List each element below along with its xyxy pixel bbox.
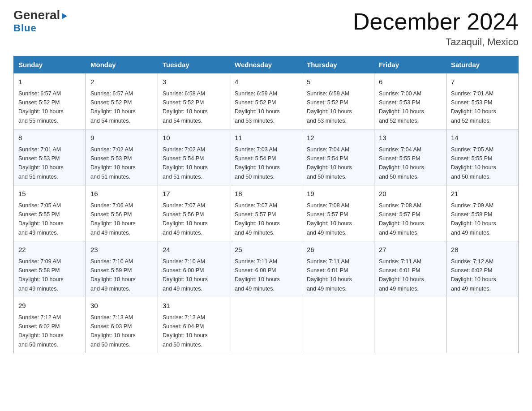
day-info: Sunrise: 7:04 AMSunset: 5:54 PMDaylight:…: [307, 146, 352, 180]
table-row: 13Sunrise: 7:04 AMSunset: 5:55 PMDayligh…: [374, 129, 446, 185]
day-number: 29: [18, 301, 81, 311]
day-info: Sunrise: 7:11 AMSunset: 6:00 PMDaylight:…: [235, 258, 280, 292]
table-row: 23Sunrise: 7:10 AMSunset: 5:59 PMDayligh…: [86, 241, 158, 297]
col-friday: Friday: [374, 56, 446, 73]
day-info: Sunrise: 7:11 AMSunset: 6:01 PMDaylight:…: [379, 258, 424, 292]
day-number: 1: [18, 77, 81, 87]
table-row: [374, 297, 446, 353]
day-info: Sunrise: 6:57 AMSunset: 5:52 PMDaylight:…: [90, 90, 136, 124]
day-info: Sunrise: 7:05 AMSunset: 5:55 PMDaylight:…: [451, 146, 496, 180]
day-number: 23: [90, 245, 153, 255]
day-info: Sunrise: 7:09 AMSunset: 5:58 PMDaylight:…: [18, 258, 64, 292]
day-info: Sunrise: 7:13 AMSunset: 6:04 PMDaylight:…: [163, 314, 208, 348]
table-row: 27Sunrise: 7:11 AMSunset: 6:01 PMDayligh…: [374, 241, 446, 297]
day-number: 11: [235, 133, 297, 143]
day-number: 9: [90, 133, 153, 143]
calendar-week-row: 22Sunrise: 7:09 AMSunset: 5:58 PMDayligh…: [14, 241, 519, 297]
day-number: 8: [18, 133, 81, 143]
day-info: Sunrise: 7:04 AMSunset: 5:55 PMDaylight:…: [379, 146, 424, 180]
day-number: 4: [235, 77, 297, 87]
day-info: Sunrise: 7:10 AMSunset: 5:59 PMDaylight:…: [90, 258, 136, 292]
table-row: 6Sunrise: 7:00 AMSunset: 5:53 PMDaylight…: [374, 73, 446, 129]
day-info: Sunrise: 6:58 AMSunset: 5:52 PMDaylight:…: [163, 90, 208, 124]
day-number: 5: [307, 77, 369, 87]
table-row: 8Sunrise: 7:01 AMSunset: 5:53 PMDaylight…: [14, 129, 86, 185]
logo: General Blue: [13, 9, 68, 34]
day-info: Sunrise: 7:13 AMSunset: 6:03 PMDaylight:…: [90, 314, 136, 348]
day-number: 17: [163, 189, 225, 199]
day-info: Sunrise: 7:06 AMSunset: 5:56 PMDaylight:…: [90, 202, 136, 236]
day-number: 19: [307, 189, 369, 199]
day-number: 18: [235, 189, 297, 199]
col-sunday: Sunday: [14, 56, 86, 73]
day-info: Sunrise: 7:09 AMSunset: 5:58 PMDaylight:…: [451, 202, 496, 236]
day-info: Sunrise: 7:05 AMSunset: 5:55 PMDaylight:…: [18, 202, 64, 236]
table-row: 21Sunrise: 7:09 AMSunset: 5:58 PMDayligh…: [446, 185, 519, 241]
day-info: Sunrise: 6:57 AMSunset: 5:52 PMDaylight:…: [18, 90, 64, 124]
day-number: 20: [379, 189, 442, 199]
day-number: 15: [18, 189, 81, 199]
day-info: Sunrise: 6:59 AMSunset: 5:52 PMDaylight:…: [235, 90, 280, 124]
logo-general: General: [13, 9, 68, 21]
day-number: 12: [307, 133, 369, 143]
table-row: 5Sunrise: 6:59 AMSunset: 5:52 PMDaylight…: [302, 73, 374, 129]
day-info: Sunrise: 7:07 AMSunset: 5:56 PMDaylight:…: [163, 202, 208, 236]
day-info: Sunrise: 7:03 AMSunset: 5:54 PMDaylight:…: [235, 146, 280, 180]
day-number: 27: [379, 245, 442, 255]
col-saturday: Saturday: [446, 56, 519, 73]
col-monday: Monday: [86, 56, 158, 73]
day-info: Sunrise: 7:08 AMSunset: 5:57 PMDaylight:…: [379, 202, 424, 236]
table-row: 12Sunrise: 7:04 AMSunset: 5:54 PMDayligh…: [302, 129, 374, 185]
day-number: 13: [379, 133, 442, 143]
page-header: General Blue December 2024 Tazaquil, Mex…: [13, 9, 519, 48]
table-row: 26Sunrise: 7:11 AMSunset: 6:01 PMDayligh…: [302, 241, 374, 297]
table-row: 1Sunrise: 6:57 AMSunset: 5:52 PMDaylight…: [14, 73, 86, 129]
table-row: 10Sunrise: 7:02 AMSunset: 5:54 PMDayligh…: [158, 129, 230, 185]
day-number: 3: [163, 77, 225, 87]
day-number: 22: [18, 245, 81, 255]
table-row: 2Sunrise: 6:57 AMSunset: 5:52 PMDaylight…: [86, 73, 158, 129]
day-number: 30: [90, 301, 153, 311]
table-row: [446, 297, 519, 353]
col-tuesday: Tuesday: [158, 56, 230, 73]
day-number: 16: [90, 189, 153, 199]
day-number: 31: [163, 301, 225, 311]
table-row: 24Sunrise: 7:10 AMSunset: 6:00 PMDayligh…: [158, 241, 230, 297]
table-row: 31Sunrise: 7:13 AMSunset: 6:04 PMDayligh…: [158, 297, 230, 353]
table-row: 7Sunrise: 7:01 AMSunset: 5:53 PMDaylight…: [446, 73, 519, 129]
day-info: Sunrise: 7:02 AMSunset: 5:54 PMDaylight:…: [163, 146, 208, 180]
table-row: 11Sunrise: 7:03 AMSunset: 5:54 PMDayligh…: [230, 129, 302, 185]
table-row: 15Sunrise: 7:05 AMSunset: 5:55 PMDayligh…: [14, 185, 86, 241]
table-row: 9Sunrise: 7:02 AMSunset: 5:53 PMDaylight…: [86, 129, 158, 185]
table-row: [230, 297, 302, 353]
day-info: Sunrise: 7:01 AMSunset: 5:53 PMDaylight:…: [18, 146, 64, 180]
day-info: Sunrise: 7:00 AMSunset: 5:53 PMDaylight:…: [379, 90, 424, 124]
day-number: 7: [451, 77, 514, 87]
day-number: 24: [163, 245, 225, 255]
title-block: December 2024 Tazaquil, Mexico: [353, 9, 519, 48]
table-row: 14Sunrise: 7:05 AMSunset: 5:55 PMDayligh…: [446, 129, 519, 185]
day-number: 6: [379, 77, 442, 87]
day-number: 28: [451, 245, 514, 255]
day-info: Sunrise: 7:07 AMSunset: 5:57 PMDaylight:…: [235, 202, 280, 236]
table-row: 30Sunrise: 7:13 AMSunset: 6:03 PMDayligh…: [86, 297, 158, 353]
table-row: 16Sunrise: 7:06 AMSunset: 5:56 PMDayligh…: [86, 185, 158, 241]
table-row: 3Sunrise: 6:58 AMSunset: 5:52 PMDaylight…: [158, 73, 230, 129]
svg-marker-0: [62, 13, 67, 19]
calendar-week-row: 15Sunrise: 7:05 AMSunset: 5:55 PMDayligh…: [14, 185, 519, 241]
table-row: 29Sunrise: 7:12 AMSunset: 6:02 PMDayligh…: [14, 297, 86, 353]
calendar-week-row: 29Sunrise: 7:12 AMSunset: 6:02 PMDayligh…: [14, 297, 519, 353]
day-number: 21: [451, 189, 514, 199]
day-number: 25: [235, 245, 297, 255]
day-info: Sunrise: 7:08 AMSunset: 5:57 PMDaylight:…: [307, 202, 352, 236]
day-info: Sunrise: 7:10 AMSunset: 6:00 PMDaylight:…: [163, 258, 208, 292]
calendar-title: December 2024: [353, 9, 519, 34]
table-row: 20Sunrise: 7:08 AMSunset: 5:57 PMDayligh…: [374, 185, 446, 241]
calendar-subtitle: Tazaquil, Mexico: [353, 36, 519, 48]
day-number: 2: [90, 77, 153, 87]
calendar-week-row: 1Sunrise: 6:57 AMSunset: 5:52 PMDaylight…: [14, 73, 519, 129]
table-row: 19Sunrise: 7:08 AMSunset: 5:57 PMDayligh…: [302, 185, 374, 241]
table-row: 22Sunrise: 7:09 AMSunset: 5:58 PMDayligh…: [14, 241, 86, 297]
calendar-table: Sunday Monday Tuesday Wednesday Thursday…: [13, 56, 519, 353]
day-info: Sunrise: 7:01 AMSunset: 5:53 PMDaylight:…: [451, 90, 496, 124]
